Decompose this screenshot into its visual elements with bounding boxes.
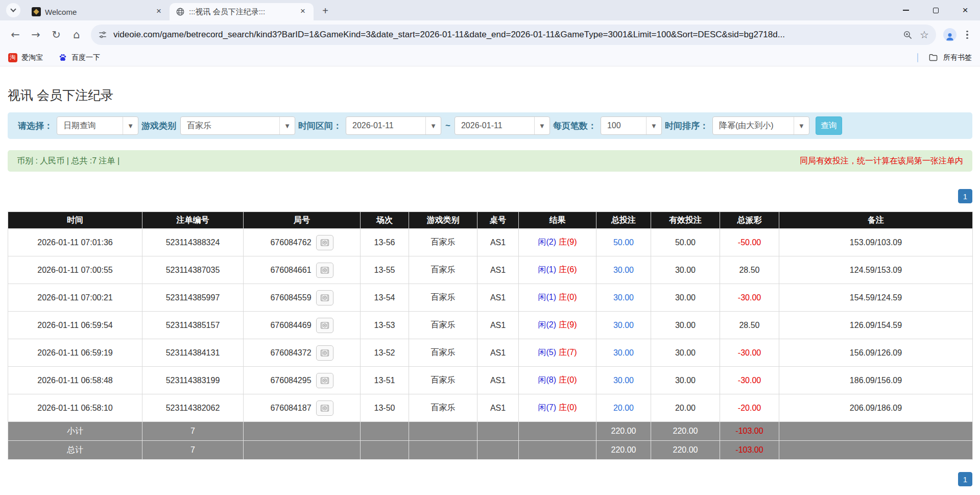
tab-close-icon[interactable]: × <box>153 6 164 17</box>
video-replay-button[interactable] <box>316 400 333 416</box>
footer-cell <box>361 441 409 460</box>
footer-cell <box>779 441 973 460</box>
footer-cell <box>244 441 361 460</box>
address-bar[interactable]: videoie.com/game/betrecord_search/kind3?… <box>91 25 936 45</box>
person-icon <box>945 31 955 41</box>
cell-table-number: AS1 <box>477 394 519 422</box>
footer-cell: 220.00 <box>596 422 651 441</box>
date-start-dropdown[interactable]: 2026-01-11 ▼ <box>346 116 441 135</box>
caret-down-icon: ▼ <box>123 117 138 134</box>
result-player: 闲(2) <box>538 320 556 329</box>
reload-button[interactable]: ↻ <box>46 25 66 45</box>
cell-game-kind: 百家乐 <box>409 394 477 422</box>
tab-welcome[interactable]: Welcome × <box>26 3 170 20</box>
new-tab-button[interactable]: + <box>318 3 333 18</box>
total-bet-link[interactable]: 20.00 <box>613 404 634 412</box>
cell-game-kind: 百家乐 <box>409 256 477 284</box>
video-replay-button[interactable] <box>316 318 333 333</box>
game-kind-value: 百家乐 <box>181 121 279 131</box>
baidu-paw-icon <box>58 53 67 62</box>
video-replay-button[interactable] <box>316 290 333 305</box>
minimize-button[interactable] <box>891 0 921 20</box>
url-text[interactable]: videoie.com/game/betrecord_search/kind3?… <box>113 30 898 40</box>
tab-bet-record[interactable]: :::视讯 会员下注纪录::: × <box>170 3 314 20</box>
browser-menu-icon[interactable] <box>960 31 975 39</box>
bookmark-taobao[interactable]: 淘 爱淘宝 <box>8 53 43 62</box>
date-end-dropdown[interactable]: 2026-01-11 ▼ <box>455 116 550 135</box>
cell-bet-number: 523114385997 <box>142 284 244 312</box>
total-bet-link[interactable]: 50.00 <box>613 238 634 247</box>
total-bet-link[interactable]: 30.00 <box>613 266 634 274</box>
cell-game-kind: 百家乐 <box>409 229 477 256</box>
back-button[interactable]: ← <box>5 25 26 45</box>
pagination-page-1[interactable]: 1 <box>958 189 972 203</box>
bookmark-baidu[interactable]: 百度一下 <box>58 53 100 62</box>
cell-valid-bet: 30.00 <box>651 367 720 394</box>
cell-total-bet: 20.00 <box>596 394 651 422</box>
sort-dropdown[interactable]: 降幂(由大到小) ▼ <box>712 116 809 135</box>
column-header: 时间 <box>8 212 142 229</box>
cell-round: 676084295 <box>244 367 361 394</box>
caret-down-icon: ▼ <box>646 117 661 134</box>
bookmarks-bar: 淘 爱淘宝 百度一下 所有书签 <box>0 49 980 66</box>
date-tilde: ~ <box>445 121 450 131</box>
footer-cell: 7 <box>142 441 244 460</box>
cell-table-number: AS1 <box>477 312 519 339</box>
cell-result: 闲(1)庄(6) <box>519 256 596 284</box>
column-header: 备注 <box>779 212 973 229</box>
forward-button[interactable]: → <box>26 25 46 45</box>
query-type-dropdown[interactable]: 日期查询 ▼ <box>57 116 138 135</box>
home-button[interactable]: ⌂ <box>66 25 87 45</box>
per-page-dropdown[interactable]: 100 ▼ <box>601 116 662 135</box>
total-bet-link[interactable]: 30.00 <box>613 321 634 329</box>
footer-cell <box>361 422 409 441</box>
zoom-icon[interactable] <box>903 30 913 40</box>
tab-close-icon[interactable]: × <box>297 6 308 17</box>
cell-bet-number: 523114388324 <box>142 229 244 256</box>
result-player: 闲(5) <box>538 348 556 357</box>
date-range-label: 时间区间： <box>298 120 342 132</box>
bookmark-star-icon[interactable]: ☆ <box>920 29 929 41</box>
maximize-button[interactable] <box>921 0 950 20</box>
cell-round: 676084762 <box>244 229 361 256</box>
total-bet-link[interactable]: 30.00 <box>613 348 634 357</box>
close-button[interactable]: × <box>950 0 980 20</box>
video-replay-button[interactable] <box>316 373 333 388</box>
game-kind-dropdown[interactable]: 百家乐 ▼ <box>180 116 295 135</box>
total-bet-link[interactable]: 30.00 <box>613 376 634 385</box>
minimize-icon <box>903 10 909 11</box>
cell-game-kind: 百家乐 <box>409 284 477 312</box>
cell-total-bet: 30.00 <box>596 256 651 284</box>
cell-total-bet: 30.00 <box>596 367 651 394</box>
caret-down-icon: ▼ <box>794 117 809 134</box>
video-replay-button[interactable] <box>316 345 333 361</box>
page-title: 视讯 会员下注纪录 <box>8 87 972 102</box>
cell-bet-number: 523114385157 <box>142 312 244 339</box>
cell-table-number: AS1 <box>477 367 519 394</box>
cell-session: 13-54 <box>361 284 409 312</box>
tab-search-button[interactable] <box>6 3 20 17</box>
result-player: 闲(2) <box>538 238 556 246</box>
cell-result: 闲(1)庄(0) <box>519 284 596 312</box>
cell-session: 13-52 <box>361 339 409 367</box>
all-bookmarks-label[interactable]: 所有书签 <box>943 53 972 62</box>
site-settings-icon[interactable] <box>98 30 107 39</box>
cell-valid-bet: 30.00 <box>651 284 720 312</box>
web-page: 视讯 会员下注纪录 请选择： 日期查询 ▼ 游戏类别 百家乐 ▼ 时间区间： 2… <box>0 87 980 495</box>
pagination-page-1[interactable]: 1 <box>958 472 972 486</box>
pagination-bottom: 1 <box>8 472 972 486</box>
filter-panel: 请选择： 日期查询 ▼ 游戏类别 百家乐 ▼ 时间区间： 2026-01-11 … <box>8 112 972 139</box>
payout-value: -50.00 <box>738 238 761 247</box>
bookmark-label: 百度一下 <box>71 53 100 62</box>
result-banker: 庄(9) <box>559 320 577 329</box>
maximize-icon <box>933 8 939 13</box>
round-number: 676084559 <box>270 293 311 302</box>
profile-avatar[interactable] <box>943 28 957 41</box>
sort-value: 降幂(由大到小) <box>713 121 794 131</box>
currency-summary: 币别 : 人民币 | 总共 :7 注单 | <box>17 156 119 167</box>
search-button[interactable]: 查询 <box>816 116 842 135</box>
total-bet-link[interactable]: 30.00 <box>613 293 634 302</box>
cell-remark: 126.09/154.59 <box>779 312 973 339</box>
video-replay-button[interactable] <box>316 263 333 278</box>
video-replay-button[interactable] <box>316 235 333 250</box>
